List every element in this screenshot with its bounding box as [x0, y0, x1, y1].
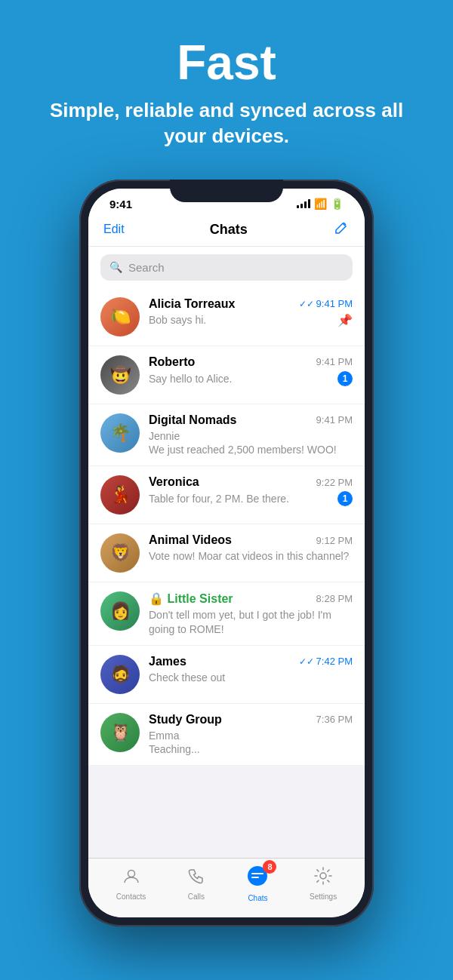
- phone-frame: 9:41 📶 🔋 Edit Chats: [79, 180, 374, 926]
- chat-name: Digital Nomads: [149, 413, 236, 427]
- battery-icon: 🔋: [331, 198, 344, 210]
- chat-preview: Say hello to Alice.: [149, 372, 233, 386]
- hero-subtitle: Simple, reliable and synced across all y…: [30, 98, 423, 149]
- phone-screen: 9:41 📶 🔋 Edit Chats: [88, 189, 365, 917]
- chat-top: 🔒 Little Sister 8:28 PM: [149, 591, 353, 606]
- chat-time: 9:12 PM: [316, 535, 353, 546]
- chat-top: Roberto 9:41 PM: [149, 355, 353, 369]
- list-item[interactable]: 🍋 Alicia Torreaux ✓✓ 9:41 PM Bob says hi…: [88, 288, 365, 346]
- edit-button[interactable]: Edit: [103, 223, 125, 236]
- search-icon: 🔍: [109, 261, 122, 273]
- chat-name: James: [149, 655, 186, 668]
- signal-bar-2: [300, 204, 303, 208]
- search-container: 🔍 Search: [88, 247, 365, 288]
- tab-bar: Contacts Calls: [88, 858, 365, 917]
- chat-time: ✓✓ 7:42 PM: [299, 656, 353, 667]
- chat-content: Roberto 9:41 PM Say hello to Alice. 1: [149, 355, 353, 386]
- calls-label: Calls: [188, 892, 205, 901]
- list-item[interactable]: 🦉 Study Group 7:36 PM EmmaTeaching...: [88, 704, 365, 766]
- status-icons: 📶 🔋: [297, 198, 344, 210]
- chat-content: 🔒 Little Sister 8:28 PM Don't tell mom y…: [149, 591, 353, 635]
- chat-top: Animal Videos 9:12 PM: [149, 533, 353, 547]
- chat-preview: Vote now! Moar cat videos in this channe…: [149, 549, 353, 563]
- signal-bar-1: [297, 205, 299, 208]
- chat-name: Alicia Torreaux: [149, 297, 235, 311]
- chat-list: 🍋 Alicia Torreaux ✓✓ 9:41 PM Bob says hi…: [88, 288, 365, 766]
- chat-top: Digital Nomads 9:41 PM: [149, 413, 353, 427]
- compose-button[interactable]: [333, 220, 350, 240]
- wifi-icon: 📶: [314, 198, 327, 210]
- chat-preview: Bob says hi.: [149, 313, 206, 327]
- chat-top: Study Group 7:36 PM: [149, 713, 353, 727]
- tab-contacts[interactable]: Contacts: [116, 866, 146, 901]
- chat-time: 9:41 PM: [316, 356, 353, 367]
- double-check-icon: ✓✓: [299, 299, 314, 309]
- avatar: 🤠: [100, 355, 140, 395]
- chat-content: Alicia Torreaux ✓✓ 9:41 PM Bob says hi. …: [149, 297, 353, 327]
- list-item[interactable]: 🦁 Animal Videos 9:12 PM Vote now! Moar c…: [88, 524, 365, 582]
- calls-icon: [186, 866, 206, 890]
- svg-point-2: [320, 873, 326, 879]
- list-item[interactable]: 👩 🔒 Little Sister 8:28 PM Don't tell mom…: [88, 582, 365, 645]
- contacts-label: Contacts: [116, 892, 146, 901]
- chat-time: 7:36 PM: [316, 714, 353, 725]
- chat-content: Veronica 9:22 PM Table for four, 2 PM. B…: [149, 475, 353, 506]
- chat-preview: JennieWe just reached 2,500 members! WOO…: [149, 429, 353, 456]
- chat-preview: Table for four, 2 PM. Be there.: [149, 492, 289, 505]
- unread-badge: 1: [337, 491, 353, 506]
- chat-content: James ✓✓ 7:42 PM Check these out: [149, 655, 353, 684]
- list-item[interactable]: 🤠 Roberto 9:41 PM Say hello to Alice. 1: [88, 346, 365, 404]
- settings-label: Settings: [310, 892, 337, 901]
- nav-header: Edit Chats: [88, 214, 365, 247]
- svg-point-0: [128, 870, 134, 877]
- chat-top: Alicia Torreaux ✓✓ 9:41 PM: [149, 297, 353, 311]
- chat-content: Digital Nomads 9:41 PM JennieWe just rea…: [149, 413, 353, 456]
- chat-name: Study Group: [149, 713, 222, 727]
- tab-calls[interactable]: Calls: [186, 866, 206, 901]
- avatar: 👩: [100, 591, 140, 631]
- tab-settings[interactable]: Settings: [310, 866, 337, 901]
- phone-mockup: 9:41 📶 🔋 Edit Chats: [79, 180, 374, 926]
- chat-preview: Check these out: [149, 671, 353, 684]
- avatar: 🌴: [100, 413, 140, 453]
- chat-name: Veronica: [149, 475, 199, 489]
- avatar: 🧔: [100, 655, 140, 694]
- chat-time: ✓✓ 9:41 PM: [299, 298, 353, 309]
- chat-top: Veronica 9:22 PM: [149, 475, 353, 489]
- list-item[interactable]: 🌴 Digital Nomads 9:41 PM JennieWe just r…: [88, 404, 365, 466]
- tab-chats[interactable]: 8 Chats: [246, 865, 269, 902]
- chat-time: 8:28 PM: [316, 593, 353, 604]
- signal-bars: [297, 199, 310, 208]
- contacts-icon: [122, 866, 141, 890]
- signal-bar-3: [304, 201, 307, 208]
- chat-preview: Don't tell mom yet, but I got the job! I…: [149, 608, 353, 635]
- chat-preview: EmmaTeaching...: [149, 729, 353, 756]
- page-title: Chats: [210, 222, 248, 238]
- chat-top: James ✓✓ 7:42 PM: [149, 655, 353, 668]
- chat-time: 9:22 PM: [316, 477, 353, 488]
- avatar: 💃: [100, 475, 140, 515]
- chat-content: Animal Videos 9:12 PM Vote now! Moar cat…: [149, 533, 353, 563]
- phone-notch: [170, 180, 283, 202]
- chats-badge: 8: [263, 860, 276, 874]
- chat-name: Roberto: [149, 355, 195, 369]
- hero-section: Fast Simple, reliable and synced across …: [0, 0, 453, 172]
- pin-icon: 📌: [337, 313, 353, 327]
- chat-name: Animal Videos: [149, 533, 232, 547]
- search-input[interactable]: 🔍 Search: [100, 254, 353, 281]
- chat-content: Study Group 7:36 PM EmmaTeaching...: [149, 713, 353, 756]
- list-item[interactable]: 🧔 James ✓✓ 7:42 PM Check these out: [88, 646, 365, 704]
- avatar: 🦉: [100, 713, 140, 752]
- avatar: 🦁: [100, 533, 140, 573]
- chat-name: 🔒 Little Sister: [149, 591, 233, 606]
- chat-time: 9:41 PM: [316, 414, 353, 425]
- chats-icon-wrapper: 8: [246, 865, 269, 892]
- avatar: 🍋: [100, 297, 140, 336]
- signal-bar-4: [308, 199, 310, 208]
- unread-badge: 1: [337, 371, 353, 386]
- status-time: 9:41: [109, 198, 132, 210]
- chats-label: Chats: [248, 894, 267, 902]
- list-item[interactable]: 💃 Veronica 9:22 PM Table for four, 2 PM.…: [88, 466, 365, 524]
- settings-icon: [313, 866, 333, 890]
- double-check-icon: ✓✓: [299, 656, 314, 667]
